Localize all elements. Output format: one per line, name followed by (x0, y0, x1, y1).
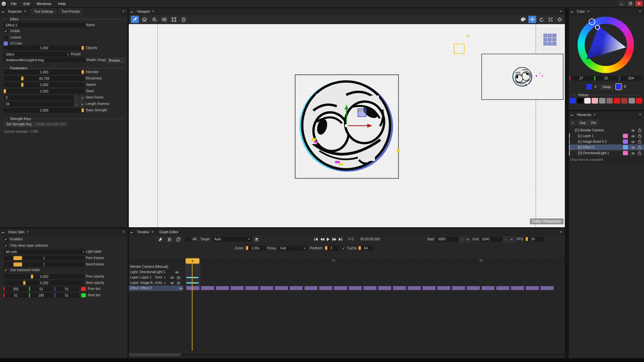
close-window-button[interactable]: ✕ (635, 1, 643, 6)
hierarchy-row[interactable]: [L] Image Asset 6 2 (569, 139, 644, 144)
browse-button[interactable]: Browse... (106, 58, 125, 63)
playhead[interactable]: 0 (185, 258, 200, 264)
prev-tint-r-field[interactable]: 255 (4, 287, 28, 291)
close-icon[interactable]: ✕ (587, 10, 590, 13)
zoom-slider[interactable]: 1.00x (245, 246, 266, 251)
speed-slider[interactable]: 2.000 (4, 82, 85, 87)
decrement-button[interactable]: - (74, 102, 79, 107)
track-row[interactable]: Light: DirectionalLight 1 (129, 269, 565, 275)
add-node-button[interactable]: + (570, 120, 575, 126)
prev-tint-g-field[interactable]: 51 (29, 287, 53, 291)
transform-frame-tool-button[interactable] (170, 16, 178, 23)
effect-frame-block[interactable] (422, 286, 436, 290)
eye-icon[interactable] (170, 281, 174, 285)
effect-region-handle[interactable] (358, 108, 366, 117)
proxy-dropdown[interactable]: Full▼ (278, 246, 307, 251)
duplicate-keys-button[interactable] (175, 236, 182, 242)
close-panel-icon[interactable]: ✕ (122, 230, 125, 234)
next-tint-swatch[interactable] (81, 293, 86, 297)
end-field[interactable]: 0240 (480, 237, 503, 242)
prev-opacity-slider[interactable]: 0.350 (4, 274, 85, 279)
effect-frame-block[interactable] (481, 286, 495, 290)
next-opacity-slider[interactable]: 0.250 (4, 281, 85, 285)
exposure-holds-checkbox[interactable]: ✓ (4, 268, 8, 272)
delete-strength-key-button[interactable]: Delete Strength Key (33, 121, 68, 127)
end-plus-button[interactable]: + (509, 237, 514, 242)
tab-onion-skin[interactable]: Onion Skin✕ (5, 229, 32, 235)
tab-graph-editor[interactable]: Graph Editor (157, 229, 181, 235)
effect-frame-block[interactable] (393, 286, 406, 290)
panel-menu-icon[interactable]: ▬ (0, 10, 5, 13)
effect-frame-block[interactable] (511, 286, 524, 290)
paint-bucket-tool-button[interactable] (150, 16, 158, 23)
skip-end-button[interactable] (338, 237, 343, 242)
brush-tool-button[interactable] (131, 16, 139, 23)
scrollbar-thumb[interactable] (129, 353, 181, 356)
stack-icon[interactable] (176, 276, 180, 279)
close-panel-icon[interactable]: ✕ (559, 10, 562, 13)
panel-menu-icon[interactable]: ▬ (0, 231, 5, 233)
hierarchy-row[interactable]: [L] Layer 1 (569, 133, 644, 139)
eye-icon[interactable] (174, 270, 179, 274)
unparent-drop-zone[interactable]: Drop here to unparent (569, 157, 644, 163)
effect-frame-block[interactable] (363, 286, 377, 290)
menu-windows[interactable]: Windows (33, 2, 55, 6)
history-swatch[interactable] (577, 98, 583, 104)
hold-mode-dropdown[interactable]: Hold (155, 281, 162, 285)
end-minus-button[interactable]: - (503, 237, 508, 242)
effect-frame-block[interactable] (467, 286, 480, 290)
light-gizmo-square[interactable] (454, 44, 465, 54)
node-color-swatch[interactable] (623, 134, 628, 138)
close-panel-icon[interactable]: ✕ (639, 113, 641, 116)
only-selected-checkbox[interactable]: ✓ (4, 244, 8, 248)
eye-icon[interactable] (631, 129, 635, 132)
start-frame-field[interactable]: 0 (4, 95, 74, 100)
eraser-tool-button[interactable] (141, 16, 149, 23)
tab-timeline[interactable]: Timeline✕ (134, 229, 157, 235)
length-frames--field[interactable]: 24 (4, 102, 74, 106)
effect-frame-block[interactable] (540, 286, 554, 290)
blockiness-slider[interactable]: 43.728 (4, 76, 85, 81)
playhead-line[interactable] (192, 263, 193, 351)
effect-frame-block[interactable] (230, 286, 244, 290)
blue-value-field[interactable]: 254 (619, 76, 643, 81)
close-icon[interactable]: ✕ (593, 113, 596, 116)
effect-frame-block[interactable] (216, 286, 229, 290)
next-tint-b-field[interactable]: 51 (55, 293, 79, 298)
minimize-button[interactable] (618, 1, 625, 6)
effect-frame-block[interactable] (378, 286, 391, 290)
history-swatch[interactable] (629, 98, 635, 104)
lock-open-icon[interactable] (638, 151, 641, 155)
history-swatch[interactable] (592, 98, 598, 104)
red-value-field[interactable]: 27 (570, 76, 593, 81)
delete-node-button[interactable]: Del (588, 120, 599, 126)
swap-colors-button[interactable]: Swap (600, 84, 613, 90)
preset-dropdown[interactable]: Glitch▼ (4, 52, 71, 57)
enabled-checkbox[interactable]: ✓ (4, 237, 8, 241)
history-swatch[interactable] (584, 98, 591, 104)
fps-slider[interactable]: 24 (525, 237, 544, 242)
lock-open-icon[interactable] (638, 128, 641, 132)
ui-color-swatch[interactable] (4, 42, 8, 46)
eye-icon[interactable] (631, 140, 635, 143)
color-wheel[interactable] (578, 17, 634, 73)
track-row[interactable]: Effect: Effect 3 (129, 286, 565, 291)
opacity-slider[interactable]: 1.000 (4, 46, 85, 50)
effect-frame-block[interactable] (437, 286, 450, 290)
close-icon[interactable]: ✕ (26, 230, 29, 234)
effect-frame-block[interactable] (452, 286, 465, 290)
marker-tool-button[interactable] (157, 236, 164, 242)
next-tint-r-field[interactable]: 51 (4, 293, 28, 298)
tab-inspector[interactable]: Inspector✕ (5, 8, 29, 15)
cache-slider[interactable]: 64 (358, 246, 374, 251)
name-field[interactable]: Effect 3 (4, 23, 87, 27)
effect-frame-block[interactable] (186, 286, 200, 290)
effect-frame-block[interactable] (526, 286, 539, 290)
timeline-scrollbar[interactable] (129, 353, 565, 356)
duplicate-node-button[interactable]: Dup (577, 120, 588, 126)
minimap[interactable] (537, 27, 564, 52)
tab-viewport[interactable]: Viewport✕ (134, 8, 157, 15)
base-strength-slider[interactable]: 1.000 (4, 108, 85, 113)
panel-menu-icon[interactable]: ▬ (129, 231, 134, 233)
prev-frames-slider[interactable]: 1 (4, 256, 85, 260)
